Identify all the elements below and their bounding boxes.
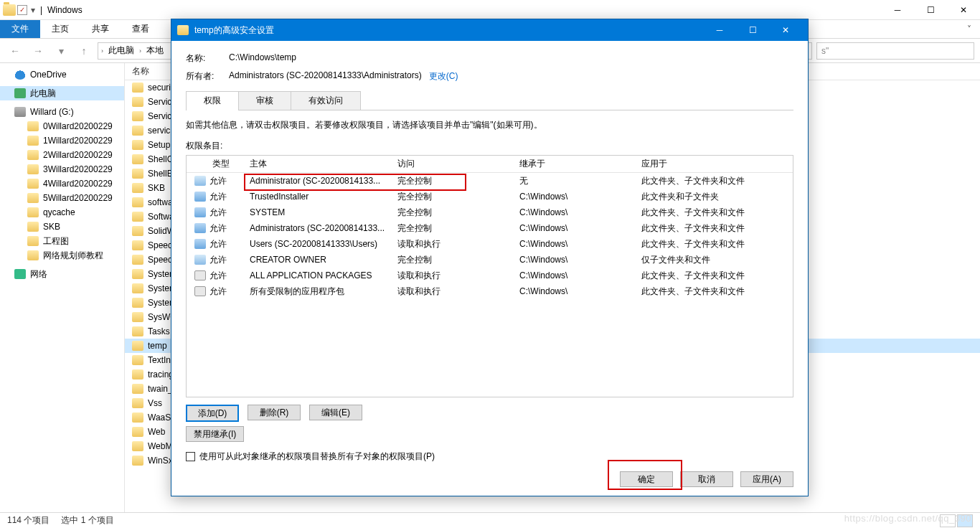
- permission-row[interactable]: 允许Users (SC-202008141333\Users)读取和执行C:\W…: [187, 236, 793, 252]
- remove-button[interactable]: 删除(R): [248, 405, 301, 420]
- sidebar-folder[interactable]: 网络规划师教程: [0, 248, 124, 263]
- folder-icon: [132, 412, 143, 423]
- nav-recent-dropdown[interactable]: ▾: [52, 42, 70, 60]
- dialog-maximize-button[interactable]: ☐: [736, 19, 769, 41]
- maximize-button[interactable]: ☐: [914, 0, 947, 20]
- tab-effective-access[interactable]: 有效访问: [291, 91, 361, 110]
- folder-icon: [132, 341, 143, 351]
- ribbon-file[interactable]: 文件: [0, 20, 40, 38]
- pc-icon: [14, 88, 26, 98]
- principal-icon: [191, 176, 209, 186]
- folder-icon: [132, 140, 143, 150]
- permission-row[interactable]: 允许Administrator (SC-20200814133...完全控制无此…: [187, 173, 793, 189]
- dialog-minimize-button[interactable]: ─: [703, 19, 736, 41]
- view-details-button[interactable]: [940, 514, 956, 527]
- qat-dropdown[interactable]: ▾: [29, 5, 37, 15]
- folder-icon: [132, 369, 143, 380]
- name-label: 名称:: [186, 52, 229, 65]
- replace-child-checkbox[interactable]: [186, 452, 195, 461]
- folder-icon: [132, 255, 143, 265]
- folder-icon: [132, 97, 143, 107]
- ok-button[interactable]: 确定: [620, 471, 673, 487]
- permission-row[interactable]: 允许ALL APPLICATION PACKAGES读取和执行C:\Window…: [187, 268, 793, 283]
- folder-icon: [27, 193, 39, 203]
- sidebar-folder[interactable]: 1Willard20200229: [0, 133, 124, 148]
- folder-icon: [27, 207, 39, 217]
- dialog-title: temp的高级安全设置: [194, 24, 274, 37]
- close-button[interactable]: ✕: [947, 0, 980, 20]
- folder-icon: [132, 226, 143, 236]
- edit-button[interactable]: 编辑(E): [309, 405, 362, 420]
- sidebar-onedrive[interactable]: OneDrive: [0, 67, 124, 82]
- sidebar-folder[interactable]: 4Willard20200229: [0, 176, 124, 191]
- view-icons-button[interactable]: [957, 514, 973, 527]
- permission-row[interactable]: 允许所有受限制的应用程序包读取和执行C:\Windows\此文件夹、子文件夹和文…: [187, 283, 793, 299]
- window-title: Windows: [44, 5, 83, 15]
- folder-icon: [132, 326, 143, 336]
- sidebar-folder[interactable]: 5Willard20200229: [0, 191, 124, 205]
- folder-icon: [27, 222, 39, 232]
- folder-icon: [132, 183, 143, 193]
- disable-inheritance-button[interactable]: 禁用继承(I): [186, 426, 244, 442]
- sidebar-network[interactable]: 网络: [0, 267, 124, 281]
- permissions-table: 类型 主体 访问 继承于 应用于 允许Administrator (SC-202…: [186, 155, 793, 397]
- nav-back-button[interactable]: ←: [6, 42, 24, 60]
- principal-icon: [191, 286, 209, 296]
- folder-icon: [27, 164, 39, 174]
- dialog-close-button[interactable]: ✕: [769, 19, 802, 41]
- folder-icon: [132, 298, 143, 308]
- sidebar-folder[interactable]: 2Willard20200229: [0, 148, 124, 162]
- tab-auditing[interactable]: 审核: [238, 91, 291, 110]
- sidebar-folder[interactable]: 工程图: [0, 234, 124, 248]
- folder-icon: [132, 126, 143, 136]
- permission-row[interactable]: 允许TrustedInstaller完全控制C:\Windows\此文件夹和子文…: [187, 189, 793, 204]
- folder-icon: [132, 240, 143, 250]
- cancel-button[interactable]: 取消: [680, 471, 733, 487]
- change-owner-link[interactable]: 更改(C): [429, 70, 458, 82]
- ribbon-collapse-icon[interactable]: ˅: [958, 20, 980, 38]
- sidebar-folder[interactable]: 0Willard20200229: [0, 119, 124, 133]
- folder-icon: [132, 441, 143, 451]
- nav-up-button[interactable]: ↑: [75, 42, 93, 60]
- nav-forward-button[interactable]: →: [29, 42, 47, 60]
- search-input[interactable]: s": [816, 42, 974, 60]
- sidebar-folder[interactable]: qycache: [0, 205, 124, 220]
- folder-icon: [27, 179, 39, 189]
- ribbon-tab-view[interactable]: 查看: [121, 20, 161, 38]
- permission-row[interactable]: 允许Administrators (SC-20200814133...完全控制C…: [187, 220, 793, 236]
- status-selection: 选中 1 个项目: [61, 514, 113, 527]
- dialog-titlebar[interactable]: temp的高级安全设置 ─ ☐ ✕: [171, 19, 808, 41]
- apply-button[interactable]: 应用(A): [740, 471, 793, 487]
- permission-row[interactable]: 允许SYSTEM完全控制C:\Windows\此文件夹、子文件夹和文件: [187, 204, 793, 220]
- breadcrumb[interactable]: 本地: [144, 44, 166, 57]
- sidebar-folder[interactable]: SKB: [0, 220, 124, 234]
- permissions-header[interactable]: 类型 主体 访问 继承于 应用于: [187, 156, 793, 173]
- sidebar-folder[interactable]: 3Willard20200229: [0, 162, 124, 176]
- ribbon-tab-home[interactable]: 主页: [40, 20, 80, 38]
- owner-label: 所有者:: [186, 70, 229, 82]
- tab-permissions[interactable]: 权限: [186, 91, 239, 110]
- folder-icon: [27, 150, 39, 160]
- folder-icon: [132, 456, 143, 466]
- permission-row[interactable]: 允许CREATOR OWNER完全控制C:\Windows\仅子文件夹和文件: [187, 252, 793, 268]
- sidebar-drive[interactable]: Willard (G:): [0, 105, 124, 119]
- hint-text: 如需其他信息，请双击权限项目。若要修改权限项目，请选择该项目并单击"编辑"(如果…: [186, 110, 793, 137]
- folder-icon: [132, 111, 143, 121]
- folder-icon: [132, 355, 143, 365]
- explorer-titlebar: ✓ ▾ | Windows ─ ☐ ✕: [0, 0, 980, 20]
- folder-icon: [27, 236, 39, 246]
- folder-icon: [27, 250, 39, 260]
- breadcrumb[interactable]: 此电脑: [106, 44, 136, 57]
- qat-checkbox[interactable]: ✓: [17, 5, 27, 15]
- folder-icon: [132, 197, 143, 207]
- dialog-tabs: 权限 审核 有效访问: [186, 91, 793, 110]
- add-button[interactable]: 添加(D): [186, 405, 239, 422]
- folder-icon: [132, 283, 143, 293]
- status-bar: 114 个项目 选中 1 个项目: [0, 512, 980, 528]
- name-value: C:\Windows\temp: [229, 52, 296, 65]
- folder-icon: [132, 82, 143, 93]
- minimize-button[interactable]: ─: [881, 0, 914, 20]
- sidebar-thispc[interactable]: 此电脑: [0, 86, 124, 100]
- ribbon-tab-share[interactable]: 共享: [80, 20, 121, 38]
- folder-icon: [3, 4, 16, 16]
